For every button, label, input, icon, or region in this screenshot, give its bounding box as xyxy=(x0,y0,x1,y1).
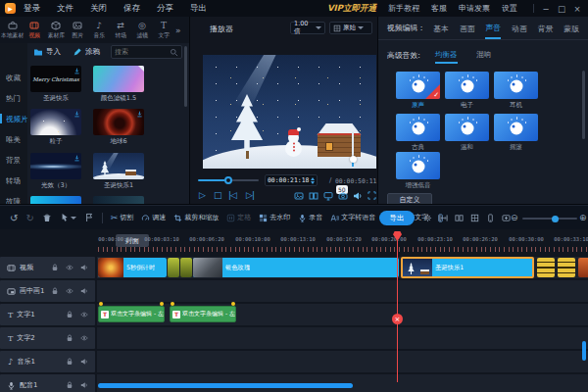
search-input[interactable] xyxy=(115,48,170,56)
undo-icon[interactable]: ↺ xyxy=(10,213,18,223)
clip-silver-rose[interactable]: 银色玫瑰 xyxy=(193,258,399,277)
track-lane-music[interactable] xyxy=(97,351,588,372)
tab-image[interactable]: 图片 xyxy=(67,21,88,40)
lock-icon[interactable] xyxy=(66,381,74,389)
track-header-text1[interactable]: T 文字1 xyxy=(0,304,95,325)
vertical-scrollbar[interactable] xyxy=(582,341,586,361)
category-transition[interactable]: 转场 xyxy=(6,176,27,186)
monitor-icon[interactable] xyxy=(323,191,333,201)
menu-tutorial[interactable]: 新手教程 xyxy=(388,3,419,14)
menu-export[interactable]: 导出 xyxy=(190,3,207,15)
speaker-icon[interactable] xyxy=(80,381,88,389)
eye-icon[interactable] xyxy=(80,334,88,342)
fit-timeline-icon[interactable] xyxy=(439,214,448,222)
eye-icon[interactable] xyxy=(66,264,74,271)
clip-thumb[interactable] xyxy=(537,258,555,277)
menu-file[interactable]: 文件 xyxy=(57,3,74,15)
remove-watermark-tool[interactable]: 去水印 xyxy=(259,213,290,222)
vip-upgrade-button[interactable]: VIP立即开通 xyxy=(327,3,376,15)
category-hot[interactable]: 热门 xyxy=(6,94,27,104)
track-lane-pip[interactable] xyxy=(97,280,588,302)
clip-thumb[interactable] xyxy=(180,258,192,277)
tab-basic[interactable]: 基本 xyxy=(433,19,449,38)
tab-background[interactable]: 背景 xyxy=(538,19,554,38)
menu-invoice[interactable]: 申请发票 xyxy=(459,3,490,14)
cut-tool[interactable]: ✂切割 xyxy=(111,213,134,222)
import-button[interactable]: 导入 xyxy=(33,47,61,57)
tab-transition[interactable]: ⇄转场 xyxy=(110,21,131,40)
speaker-icon[interactable] xyxy=(80,287,88,295)
tab-library[interactable]: 素材库 xyxy=(45,21,67,40)
menu-settings[interactable]: 设置 xyxy=(502,3,517,14)
media-item-color-filter[interactable] xyxy=(93,66,144,92)
lock-icon[interactable] xyxy=(51,287,59,295)
category-background[interactable]: 背景 xyxy=(6,156,27,166)
tab-mask[interactable]: 蒙版 xyxy=(564,19,579,38)
clip-thumb[interactable] xyxy=(578,258,588,277)
preset-bass-boost[interactable] xyxy=(396,152,440,179)
preset-rock[interactable] xyxy=(494,114,538,141)
media-item-earth[interactable] xyxy=(93,109,144,135)
download-icon[interactable] xyxy=(74,110,80,119)
time-stepper[interactable] xyxy=(311,177,315,184)
text-clip-1[interactable]: T 双击文字条编辑 - 左右 xyxy=(98,306,165,322)
menu-close-project[interactable]: 关闭 xyxy=(90,3,107,15)
tab-animation[interactable]: 动画 xyxy=(512,19,527,38)
track-header-music[interactable]: ♪ 音乐1 xyxy=(0,351,95,372)
volume-slider-handle[interactable] xyxy=(350,156,357,163)
speed-tool[interactable]: 调速 xyxy=(141,213,166,222)
timeline-zoom-slider[interactable] xyxy=(522,218,577,220)
lock-icon[interactable] xyxy=(66,358,74,366)
edit-panel-scrollbar[interactable] xyxy=(582,71,585,139)
marker-icon[interactable] xyxy=(84,213,94,222)
clip-thumb[interactable] xyxy=(558,258,575,277)
export-button[interactable]: 导出 xyxy=(379,211,415,225)
category-favorites[interactable]: 收藏 xyxy=(6,74,27,83)
minimize-button[interactable]: − xyxy=(538,4,554,14)
media-scrollbar[interactable] xyxy=(184,46,187,107)
tab-video[interactable]: 视频 xyxy=(24,21,45,40)
lock-icon[interactable] xyxy=(51,264,59,271)
snapshot-camera-icon[interactable] xyxy=(338,191,348,201)
close-button[interactable]: × xyxy=(569,4,585,14)
current-time-box[interactable]: 00:00:21:18 xyxy=(265,174,318,186)
tab-local-media[interactable]: 本地素材 xyxy=(2,21,24,40)
menu-share[interactable]: 分享 xyxy=(157,3,173,15)
tab-filter[interactable]: ◎滤镜 xyxy=(131,21,153,40)
ratio-dropdown[interactable]: 原始 xyxy=(329,22,372,34)
tab-music[interactable]: ♪音乐 xyxy=(88,21,110,40)
frame-grab-icon[interactable] xyxy=(294,191,304,201)
clip-countdown[interactable]: 5秒倒计时 xyxy=(98,258,167,277)
category-glitch[interactable]: 故障 xyxy=(6,197,27,204)
download-icon[interactable] xyxy=(136,110,143,119)
track-header-voiceover[interactable]: 配音1 xyxy=(0,374,95,392)
clip-christmas-selected[interactable]: 圣诞快乐1 xyxy=(401,257,534,278)
download-icon[interactable] xyxy=(74,154,80,163)
stop-button[interactable]: □ xyxy=(214,189,222,201)
preset-headphone[interactable] xyxy=(494,72,538,99)
expand-tabs-icon[interactable]: » xyxy=(175,25,181,35)
media-item-particles[interactable] xyxy=(30,109,81,135)
preset-electronic[interactable] xyxy=(445,72,489,99)
tab-audio[interactable]: 声音 xyxy=(485,18,501,39)
pointer-tool[interactable] xyxy=(60,213,76,222)
preset-mild[interactable] xyxy=(445,114,489,141)
doodle-button[interactable]: 涂鸦 xyxy=(73,47,100,57)
add-track-icon[interactable] xyxy=(502,214,511,222)
volume-slider[interactable] xyxy=(352,131,354,167)
render-settings-icon[interactable] xyxy=(423,214,432,222)
text-to-speech-tool[interactable]: 文字转语音 xyxy=(330,213,375,222)
lock-icon[interactable] xyxy=(66,311,74,318)
eye-icon[interactable] xyxy=(80,311,88,318)
maximize-button[interactable]: □ xyxy=(554,4,569,14)
zoom-slider-handle[interactable] xyxy=(552,216,559,222)
eye-icon[interactable] xyxy=(66,287,74,295)
media-item-partial[interactable] xyxy=(93,196,144,204)
track-lane-text2[interactable] xyxy=(97,327,588,349)
subtab-reverb[interactable]: 混响 xyxy=(476,50,491,60)
search-box[interactable] xyxy=(111,45,182,59)
track-header-video[interactable]: 视频 xyxy=(0,257,95,278)
split-track-icon[interactable] xyxy=(455,214,464,222)
zoom-in-icon[interactable]: ⊕ xyxy=(579,213,587,222)
split-screen-icon[interactable] xyxy=(309,191,318,201)
